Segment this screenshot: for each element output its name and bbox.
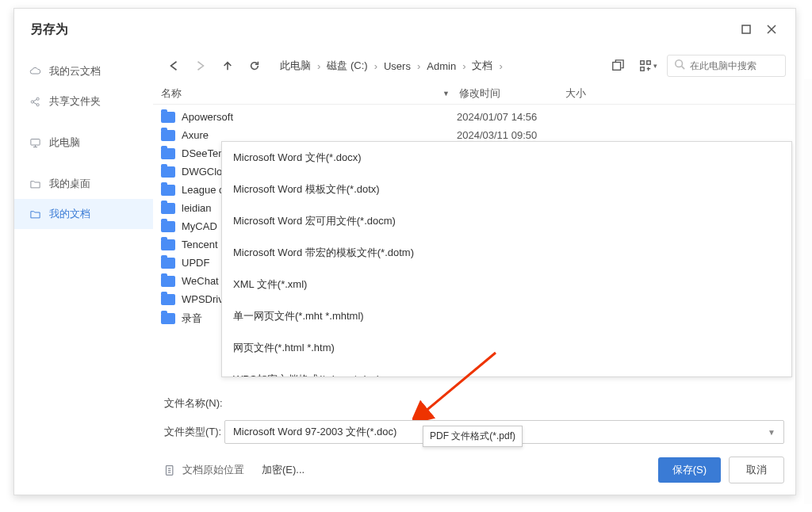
folder-icon: [161, 203, 175, 214]
close-button[interactable]: [759, 18, 784, 40]
share-icon: [29, 95, 41, 108]
sidebar-item-this-pc[interactable]: 此电脑: [14, 128, 153, 158]
folder-icon: [161, 294, 175, 305]
folder-outline-icon: [29, 178, 41, 190]
filetype-dropdown: Microsoft Word 文件(*.docx)Microsoft Word …: [221, 141, 792, 377]
folder-icon: [161, 130, 175, 141]
file-name: Apowersoft: [182, 111, 457, 123]
breadcrumb-part[interactable]: 文档: [469, 57, 496, 75]
chevron-down-icon: ▼: [768, 428, 776, 437]
nav-up-button[interactable]: [216, 55, 239, 77]
sort-caret-icon: ▼: [442, 90, 450, 97]
folder-icon: [161, 166, 175, 178]
sidebar: 我的云文档 共享文件夹 此电脑 我的桌面 我的文档: [14, 50, 153, 495]
folder-icon: [161, 112, 175, 123]
breadcrumb-part[interactable]: 此电脑: [277, 57, 314, 75]
breadcrumb[interactable]: 此电脑› 磁盘 (C:)› Users› Admin› 文档›: [277, 57, 503, 75]
cancel-button[interactable]: 取消: [729, 457, 784, 483]
file-name: Axure: [182, 129, 457, 141]
sidebar-item-documents[interactable]: 我的文档: [14, 199, 153, 229]
breadcrumb-part[interactable]: Admin: [423, 59, 459, 74]
chevron-right-icon: ›: [374, 60, 377, 72]
column-headers: 名称 ▼ 修改时间 大小: [153, 82, 795, 105]
folder-outline-icon: [29, 208, 41, 220]
nav-forward-button[interactable]: [190, 55, 212, 77]
sidebar-item-label: 此电脑: [49, 136, 80, 150]
svg-rect-8: [640, 67, 643, 71]
folder-icon: [161, 258, 175, 269]
file-mtime: 2024/01/07 14:56: [457, 111, 580, 123]
sidebar-item-label: 共享文件夹: [49, 94, 101, 109]
file-mtime: 2024/03/11 09:50: [457, 129, 580, 141]
filetype-option[interactable]: 单一网页文件(*.mht *.mhtml): [222, 300, 791, 332]
search-icon: [674, 59, 685, 73]
folder-icon: [161, 276, 175, 287]
save-button[interactable]: 保存(S): [658, 457, 721, 483]
folder-icon: [161, 239, 175, 250]
new-window-button[interactable]: [607, 55, 629, 77]
filetype-tooltip: PDF 文件格式(*.pdf): [423, 426, 523, 447]
filetype-label: 文件类型(T):: [164, 425, 224, 439]
column-header-mtime[interactable]: ▼ 修改时间: [442, 86, 565, 101]
chevron-right-icon: ›: [462, 60, 465, 72]
svg-point-2: [36, 97, 39, 100]
sidebar-item-cloud-docs[interactable]: 我的云文档: [14, 56, 153, 86]
chevron-right-icon: ›: [317, 60, 320, 72]
column-header-size[interactable]: 大小: [565, 86, 645, 101]
filename-label: 文件名称(N):: [164, 396, 224, 411]
filetype-select-value: Microsoft Word 97-2003 文件(*.doc): [233, 425, 396, 439]
titlebar: 另存为: [14, 9, 795, 50]
svg-point-9: [676, 60, 683, 67]
sidebar-item-shared-folder[interactable]: 共享文件夹: [14, 86, 153, 117]
encrypt-button[interactable]: 加密(E)...: [262, 463, 304, 477]
folder-icon: [161, 185, 175, 196]
filetype-option[interactable]: Microsoft Word 模板文件(*.dotx): [222, 174, 791, 205]
filetype-option[interactable]: Microsoft Word 带宏的模板文件(*.dotm): [222, 237, 791, 269]
chevron-right-icon: ›: [417, 60, 420, 72]
maximize-button[interactable]: [733, 18, 759, 40]
svg-rect-7: [646, 61, 649, 64]
svg-point-1: [31, 100, 33, 102]
folder-icon: [161, 148, 175, 159]
toolbar: 此电脑› 磁盘 (C:)› Users› Admin› 文档› ▾: [153, 50, 795, 82]
dialog-title: 另存为: [30, 21, 68, 38]
filetype-option[interactable]: WPS加密文档格式(*.docx *.doc): [222, 364, 791, 377]
filetype-option[interactable]: Microsoft Word 宏可用文件(*.docm): [222, 205, 791, 237]
svg-rect-4: [30, 139, 39, 145]
sidebar-item-label: 我的文档: [49, 207, 90, 221]
svg-rect-0: [742, 25, 750, 33]
column-header-name[interactable]: 名称: [161, 86, 442, 101]
breadcrumb-part[interactable]: Users: [381, 59, 414, 74]
filetype-option[interactable]: 网页文件(*.html *.htm): [222, 332, 791, 364]
folder-icon: [161, 313, 175, 324]
svg-rect-6: [640, 61, 643, 64]
sidebar-item-label: 我的云文档: [49, 64, 101, 78]
file-list: Apowersoft2024/01/07 14:56Axure2024/03/1…: [153, 105, 795, 392]
obscured-strip: [804, 79, 812, 504]
filetype-option[interactable]: Microsoft Word 文件(*.docx): [222, 142, 791, 174]
nav-back-button[interactable]: [163, 55, 185, 77]
monitor-icon: [29, 136, 41, 149]
search-box[interactable]: [667, 55, 786, 77]
cloud-icon: [29, 65, 41, 78]
original-location-button[interactable]: 文档原始位置: [164, 463, 244, 477]
save-as-dialog: 另存为 我的云文档 共享文件夹 此电脑: [13, 8, 796, 495]
view-mode-button[interactable]: ▾: [637, 55, 659, 77]
search-input[interactable]: [690, 60, 777, 71]
sidebar-item-label: 我的桌面: [49, 177, 90, 191]
filename-row: 文件名称(N):: [164, 392, 784, 415]
breadcrumb-part[interactable]: 磁盘 (C:): [324, 57, 370, 75]
svg-point-3: [36, 103, 39, 105]
chevron-right-icon: ›: [499, 60, 502, 72]
filetype-option[interactable]: XML 文件(*.xml): [222, 269, 791, 300]
svg-rect-5: [613, 63, 621, 71]
sidebar-item-desktop[interactable]: 我的桌面: [14, 169, 153, 199]
folder-icon: [161, 221, 175, 232]
file-row[interactable]: Apowersoft2024/01/07 14:56: [161, 108, 787, 126]
nav-refresh-button[interactable]: [243, 55, 266, 77]
